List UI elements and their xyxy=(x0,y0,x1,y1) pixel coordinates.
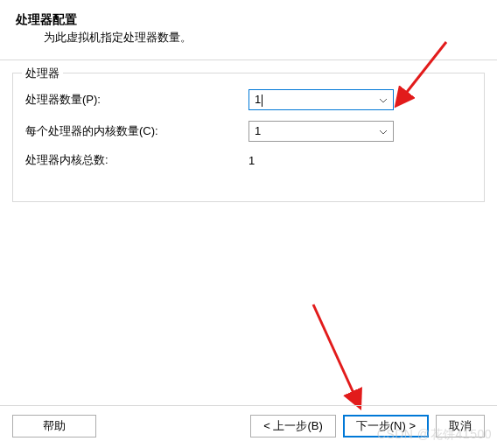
page-subtitle: 为此虚拟机指定处理器数量。 xyxy=(44,30,481,46)
annotation-arrow-bottom xyxy=(304,298,383,411)
back-button[interactable]: < 上一步(B) xyxy=(250,415,336,438)
footer-bar: 帮助 < 上一步(B) 下一步(N) > 取消 xyxy=(0,405,497,448)
chevron-down-icon xyxy=(379,90,388,109)
group-legend: 处理器 xyxy=(22,66,63,81)
value-total-cores: 1 xyxy=(248,154,255,167)
text-cursor xyxy=(262,94,262,107)
cancel-button[interactable]: 取消 xyxy=(436,415,485,438)
select-cores-value: 1 xyxy=(255,124,261,137)
select-processor-count-value: 1 xyxy=(255,93,261,106)
header-divider xyxy=(0,60,497,60)
select-cores-per-processor[interactable]: 1 xyxy=(248,121,394,142)
chevron-down-icon xyxy=(379,122,388,141)
next-button[interactable]: 下一步(N) > xyxy=(343,415,429,438)
processors-group: 处理器 处理器数量(P): 1 每个处理器的内核数量(C): 1 处理器内核总数… xyxy=(12,73,485,202)
label-total-cores: 处理器内核总数: xyxy=(25,152,248,168)
page-title: 处理器配置 xyxy=(16,12,481,28)
select-processor-count[interactable]: 1 xyxy=(248,89,394,110)
label-cores-per-processor: 每个处理器的内核数量(C): xyxy=(25,123,248,139)
help-button[interactable]: 帮助 xyxy=(12,415,96,438)
label-processor-count: 处理器数量(P): xyxy=(25,92,248,108)
